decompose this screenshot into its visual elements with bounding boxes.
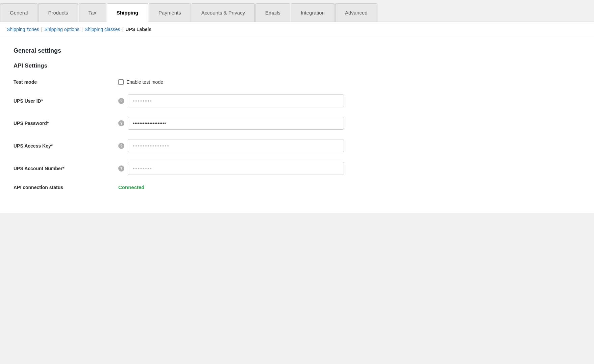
subnav-shipping-zones[interactable]: Shipping zones <box>7 27 39 32</box>
tab-shipping[interactable]: Shipping <box>107 3 148 22</box>
tab-tax[interactable]: Tax <box>79 3 106 22</box>
ups-access-key-help-icon[interactable]: ? <box>118 143 124 149</box>
tab-integration[interactable]: Integration <box>291 3 335 22</box>
general-settings-title: General settings <box>14 47 580 54</box>
ups-access-key-row: UPS Access Key* ? <box>14 139 580 152</box>
test-mode-checkbox-label[interactable]: Enable test mode <box>126 79 163 85</box>
ups-user-id-input[interactable] <box>128 94 344 107</box>
ups-account-number-control: ? <box>118 162 580 175</box>
ups-access-key-control: ? <box>118 139 580 152</box>
main-content: General settings API Settings Test mode … <box>0 37 594 213</box>
ups-account-number-row: UPS Account Number* ? <box>14 162 580 175</box>
tab-payments[interactable]: Payments <box>149 3 191 22</box>
api-connection-status-value: Connected <box>118 184 145 190</box>
ups-user-id-control: ? <box>118 94 580 107</box>
ups-password-input[interactable] <box>128 117 344 130</box>
sub-nav-separator: | <box>81 27 83 32</box>
ups-account-number-label: UPS Account Number* <box>14 166 115 171</box>
tab-general[interactable]: General <box>0 3 38 22</box>
subnav-current: UPS Labels <box>125 27 151 32</box>
tab-products[interactable]: Products <box>38 3 78 22</box>
sub-nav: Shipping zones | Shipping options | Ship… <box>0 22 594 37</box>
test-mode-checkbox-row: Enable test mode <box>118 79 163 85</box>
test-mode-checkbox[interactable] <box>118 79 124 85</box>
api-settings-title: API Settings <box>14 62 580 69</box>
subnav-shipping-classes[interactable]: Shipping classes <box>85 27 120 32</box>
tab-advanced[interactable]: Advanced <box>335 3 377 22</box>
form-fields: Test mode Enable test mode UPS User ID* … <box>14 79 580 190</box>
api-connection-status-control: Connected <box>118 184 580 190</box>
ups-access-key-label: UPS Access Key* <box>14 143 115 149</box>
api-connection-status-row: API connection status Connected <box>14 184 580 190</box>
tab-emails[interactable]: Emails <box>255 3 290 22</box>
sub-nav-separator: | <box>41 27 43 32</box>
test-mode-label: Test mode <box>14 79 115 85</box>
ups-user-id-row: UPS User ID* ? <box>14 94 580 107</box>
ups-user-id-label: UPS User ID* <box>14 98 115 104</box>
tab-accounts-privacy[interactable]: Accounts & Privacy <box>192 3 255 22</box>
ups-password-control: ? <box>118 117 580 130</box>
test-mode-control: Enable test mode <box>118 79 580 85</box>
ups-account-number-help-icon[interactable]: ? <box>118 165 124 172</box>
ups-access-key-input[interactable] <box>128 139 344 152</box>
ups-password-label: UPS Password* <box>14 121 115 126</box>
ups-user-id-help-icon[interactable]: ? <box>118 98 124 104</box>
page-wrapper: GeneralProductsTaxShippingPaymentsAccoun… <box>0 0 594 364</box>
tabs-bar: GeneralProductsTaxShippingPaymentsAccoun… <box>0 0 594 22</box>
ups-account-number-input[interactable] <box>128 162 344 175</box>
ups-password-row: UPS Password* ? <box>14 117 580 130</box>
sub-nav-separator-current: | <box>122 27 124 32</box>
test-mode-row: Test mode Enable test mode <box>14 79 580 85</box>
subnav-shipping-options[interactable]: Shipping options <box>44 27 79 32</box>
ups-password-help-icon[interactable]: ? <box>118 120 124 126</box>
api-connection-status-label: API connection status <box>14 185 115 190</box>
